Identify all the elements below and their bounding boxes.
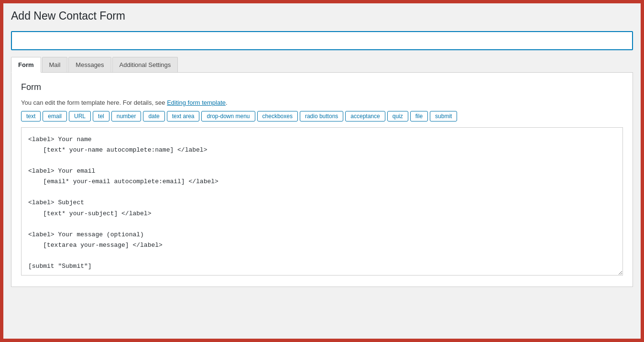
tag-btn-text-area[interactable]: text area <box>167 111 200 121</box>
tag-btn-email[interactable]: email <box>43 111 67 121</box>
tag-btn-checkboxes[interactable]: checkboxes <box>257 111 298 121</box>
tag-btn-tel[interactable]: tel <box>93 111 109 121</box>
tag-btn-text[interactable]: text <box>21 111 41 121</box>
tag-btn-file[interactable]: file <box>410 111 428 121</box>
form-section-title: Form <box>21 82 623 92</box>
form-template-editor[interactable] <box>21 127 623 276</box>
editing-form-template-link[interactable]: Editing form template <box>167 99 226 106</box>
tag-btn-quiz[interactable]: quiz <box>387 111 408 121</box>
tag-btn-url[interactable]: URL <box>69 111 91 121</box>
description-suffix: . <box>226 99 228 106</box>
form-name-wrapper <box>3 28 641 57</box>
tag-buttons-container: textemailURLtelnumberdatetext areadrop-d… <box>21 111 623 121</box>
tag-btn-submit[interactable]: submit <box>430 111 457 121</box>
tabs-section: Form Mail Messages Additional Settings F… <box>3 57 641 287</box>
tag-btn-drop-down-menu[interactable]: drop-down menu <box>201 111 255 121</box>
page-title: Add New Contact Form <box>11 9 633 23</box>
tab-form[interactable]: Form <box>11 57 41 73</box>
tag-btn-date[interactable]: date <box>143 111 164 121</box>
tab-messages[interactable]: Messages <box>68 57 111 72</box>
page-container: Add New Contact Form Form Mail Messages … <box>2 2 642 340</box>
tab-additional-settings[interactable]: Additional Settings <box>112 57 178 72</box>
page-header: Add New Contact Form <box>3 3 641 28</box>
description-text: You can edit the form template here. For… <box>21 99 167 106</box>
tab-mail[interactable]: Mail <box>42 57 68 72</box>
tag-btn-acceptance[interactable]: acceptance <box>345 111 385 121</box>
tag-btn-radio-buttons[interactable]: radio buttons <box>300 111 343 121</box>
form-description: You can edit the form template here. For… <box>21 99 623 106</box>
form-name-input[interactable] <box>11 31 633 50</box>
tabs-nav: Form Mail Messages Additional Settings <box>11 57 633 73</box>
tab-content-form: Form You can edit the form template here… <box>11 73 633 287</box>
tag-btn-number[interactable]: number <box>111 111 142 121</box>
